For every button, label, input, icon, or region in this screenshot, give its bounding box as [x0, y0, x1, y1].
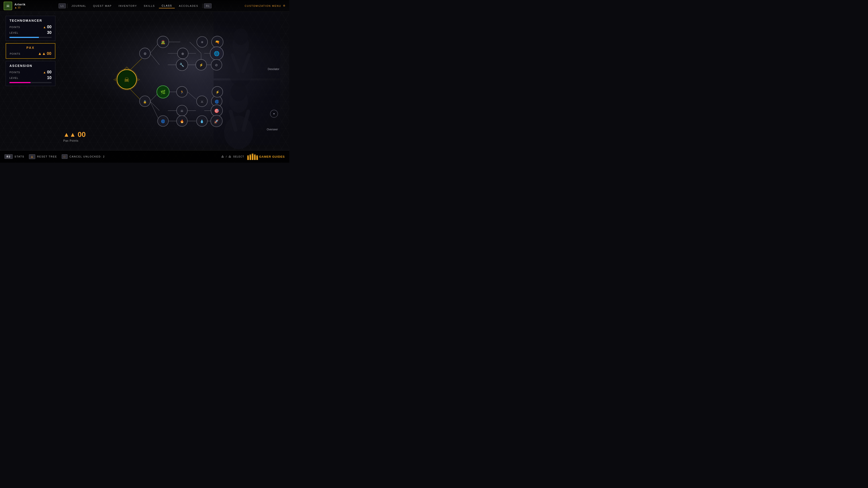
cancel-unlocked-action[interactable]: □ CANCEL UNLOCKED: 2 — [62, 154, 105, 159]
ascension-progress-bar — [9, 82, 52, 83]
avatar-icon: ☠ — [6, 3, 10, 8]
technomancer-level-label: LEVEL — [9, 31, 18, 34]
desolator-silhouette — [214, 12, 280, 87]
node-gear-icon: ⚙ — [144, 52, 147, 56]
ascension-chevron: ▲ — [43, 70, 46, 74]
ascension-box: ASCENSION POINTS ▲ 00 LEVEL 10 — [6, 61, 55, 86]
left-arrow: ◁ — [114, 78, 116, 81]
gg-logo: GAMER GUIDES — [247, 153, 285, 160]
stick-icon-2: 🕹 — [228, 155, 231, 158]
triangle-badge[interactable]: △ — [29, 154, 35, 159]
gamer-guides: 🕹 / 🕹 SELECT GAMER GUIDES — [221, 153, 285, 160]
square-badge[interactable]: □ — [62, 154, 68, 159]
technomancer-box: TECHNOMANCER POINTS ▲ 00 LEVEL 30 — [6, 16, 55, 41]
stats-action[interactable]: R2 STATS — [4, 154, 24, 159]
node-missile-icon: 🚀 — [214, 119, 219, 124]
level-value: 10 — [18, 6, 20, 9]
nav-item-inventory[interactable]: INVENTORY — [116, 4, 140, 8]
ascension-points-label: POINTS — [9, 71, 20, 74]
ascension-points-value: ▲ 00 — [43, 70, 52, 74]
node-top-fig-icon: 🧟 — [161, 40, 165, 44]
customization-icon: ⚙ — [283, 4, 286, 7]
node-weapon-top-icon: 🔫 — [215, 40, 220, 44]
gg-logo-svg — [247, 153, 258, 160]
ascension-level-row: LEVEL 10 — [9, 75, 52, 80]
pax-points-large: ▲▲ 00 — [63, 130, 86, 139]
pax-points-icon: ▲▲ — [63, 131, 76, 138]
l1-button[interactable]: L1 — [59, 3, 66, 8]
technomancer-points-label: POINTS — [9, 26, 20, 29]
pax-points-large-value: 00 — [78, 130, 86, 139]
nav-item-skills[interactable]: SKILLS — [141, 4, 158, 8]
player-level: ▲ 10 — [14, 6, 26, 9]
node-combat-icon: 🏃 — [180, 90, 184, 94]
level-icon: ▲ — [14, 6, 17, 9]
r2-badge[interactable]: R2 — [4, 154, 13, 159]
select-slash: / — [226, 155, 227, 158]
player-info: ☠ Arterik ▲ 10 — [4, 2, 26, 10]
pax-chevron: ▲▲ — [38, 51, 46, 56]
svg-point-13 — [231, 83, 247, 101]
node-melee-icon: ⚔ — [200, 100, 204, 103]
ascension-title: ASCENSION — [9, 64, 52, 68]
stick-icon-1: 🕹 — [221, 155, 224, 158]
technomancer-points-num: 00 — [47, 25, 52, 29]
node-speed-icon: ⚡ — [199, 63, 204, 67]
pax-row: POINTS ▲▲ 00 — [10, 51, 51, 56]
svg-point-7 — [234, 29, 248, 45]
technomancer-level-value: 30 — [47, 30, 52, 35]
overseer-label: Overseer — [267, 128, 278, 131]
node-drop-icon: 💧 — [200, 119, 204, 123]
stats-label: STATS — [14, 155, 24, 158]
ascension-progress-fill — [9, 82, 31, 83]
customization-label: CUSTOMIZATION MENU — [245, 4, 281, 7]
customization-menu[interactable]: CUSTOMIZATION MENU ⚙ — [245, 4, 286, 7]
node-skull-icon: ☠ — [181, 109, 184, 113]
overseer-dot — [273, 113, 275, 115]
nav-item-accolades[interactable]: ACCOLADES — [176, 4, 201, 8]
pax-title: PAX — [10, 46, 51, 50]
technomancer-progress-fill — [9, 37, 39, 38]
nav-divider-2 — [202, 4, 203, 8]
svg-point-9 — [224, 116, 253, 149]
ascension-level-label: LEVEL — [9, 76, 18, 79]
top-navigation: ☠ Arterik ▲ 10 L1 JOURNAL QUEST MAP INVE… — [0, 0, 289, 12]
left-panel: TECHNOMANCER POINTS ▲ 00 LEVEL 30 PAX PO… — [6, 16, 55, 88]
node-dash-icon: ⚡ — [215, 90, 220, 94]
bottom-bar: R2 STATS △ RESET TREE □ CANCEL UNLOCKED:… — [0, 150, 289, 163]
node-flame-icon: 🔥 — [180, 119, 184, 123]
node-globe-icon: 🌐 — [214, 51, 220, 57]
nav-item-class[interactable]: CLASS — [159, 3, 175, 8]
svg-rect-18 — [256, 156, 258, 160]
node-proj-icon: 🎯 — [214, 108, 219, 113]
reset-tree-label: RESET TREE — [37, 155, 57, 158]
technomancer-progress-bar — [9, 37, 52, 38]
skill-tree: Desolator Overseer — [59, 12, 289, 149]
pax-points-display: ▲▲ 00 Pax Points — [63, 130, 86, 142]
nav-divider-1 — [67, 4, 67, 8]
technomancer-title: TECHNOMANCER — [9, 19, 52, 22]
gg-text: GAMER GUIDES — [259, 155, 285, 158]
node-swirl-icon: ⊘ — [215, 63, 218, 67]
reset-tree-action[interactable]: △ RESET TREE — [29, 154, 57, 159]
technomancer-chevron: ▲ — [43, 25, 46, 29]
node-swirl-bot-icon: 🌀 — [161, 119, 165, 123]
node-rifle-icon: 🔧 — [180, 63, 184, 67]
player-details: Arterik ▲ 10 — [14, 3, 26, 9]
nav-center: L1 JOURNAL QUEST MAP INVENTORY SKILLS CL… — [59, 3, 212, 8]
node-bottom-hub-icon: 🔒 — [143, 100, 147, 104]
node-green-icon: 🌿 — [160, 90, 166, 95]
select-label: SELECT — [233, 155, 244, 158]
nav-item-journal[interactable]: JOURNAL — [69, 4, 89, 8]
technomancer-level-row: LEVEL 30 — [9, 30, 52, 35]
desolator-label: Desolator — [268, 68, 279, 71]
r1-button[interactable]: R1 — [204, 3, 212, 8]
skill-tree-svg: Desolator Overseer — [59, 12, 289, 149]
node-star-icon: ✳ — [201, 40, 204, 44]
nav-item-quest-map[interactable]: QUEST MAP — [90, 4, 115, 8]
pax-points-value: ▲▲ 00 — [38, 51, 51, 56]
center-skull: ☠ — [124, 76, 129, 84]
player-name: Arterik — [14, 3, 26, 6]
cancel-unlocked-label: CANCEL UNLOCKED: 2 — [69, 155, 105, 158]
pax-points-num: 00 — [47, 51, 51, 56]
